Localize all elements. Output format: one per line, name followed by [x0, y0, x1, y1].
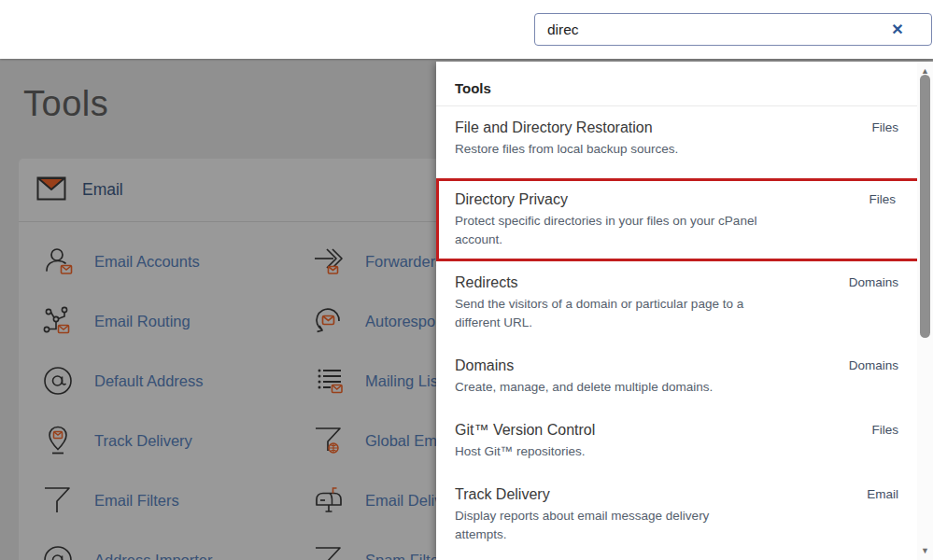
scroll-down-arrow-icon[interactable]: ▼: [917, 544, 933, 557]
result-description: Host Git™ repositories.: [455, 442, 763, 461]
result-category: Domains: [849, 273, 898, 291]
search-results-dropdown: Tools File and Directory Restoration Fil…: [436, 62, 933, 560]
result-redirects[interactable]: Redirects Domains Send the visitors of a…: [436, 261, 933, 344]
search-input[interactable]: [534, 13, 932, 46]
result-git-version-control[interactable]: Git™ Version Control Files Host Git™ rep…: [436, 409, 933, 473]
search-clear-button[interactable]: ✕: [887, 20, 908, 40]
result-description: Protect specific directories in your fil…: [455, 212, 763, 249]
dropdown-scrollbar[interactable]: ▲ ▼: [917, 62, 933, 560]
result-category: Files: [871, 119, 898, 136]
result-description: Restore files from local backup sources.: [455, 140, 763, 159]
result-domains[interactable]: Domains Domains Create, manage, and dele…: [436, 344, 933, 409]
result-category: Files: [871, 421, 898, 439]
result-title: Track Delivery: [455, 485, 550, 504]
result-track-delivery[interactable]: Track Delivery Email Display reports abo…: [436, 473, 933, 556]
result-category: Email: [867, 485, 898, 503]
result-title: Domains: [455, 357, 514, 375]
result-category: Files: [869, 190, 896, 208]
result-description: Create, manage, and delete multiple doma…: [455, 378, 763, 397]
result-title: File and Directory Restoration: [455, 119, 653, 137]
result-file-and-directory-restoration[interactable]: File and Directory Restoration Files Res…: [436, 106, 933, 171]
result-directory-privacy[interactable]: Directory Privacy Files Protect specific…: [436, 178, 928, 261]
result-description: Display reports about email message deli…: [455, 507, 763, 544]
topbar: ✕: [0, 0, 933, 59]
result-description: Send the visitors of a domain or particu…: [455, 295, 763, 332]
result-title: Redirects: [455, 273, 518, 292]
results-group-header: Tools: [436, 62, 933, 105]
result-title: Directory Privacy: [455, 190, 568, 209]
result-title: Git™ Version Control: [455, 421, 595, 440]
scrollbar-thumb[interactable]: [920, 75, 930, 338]
result-category: Domains: [849, 357, 898, 374]
